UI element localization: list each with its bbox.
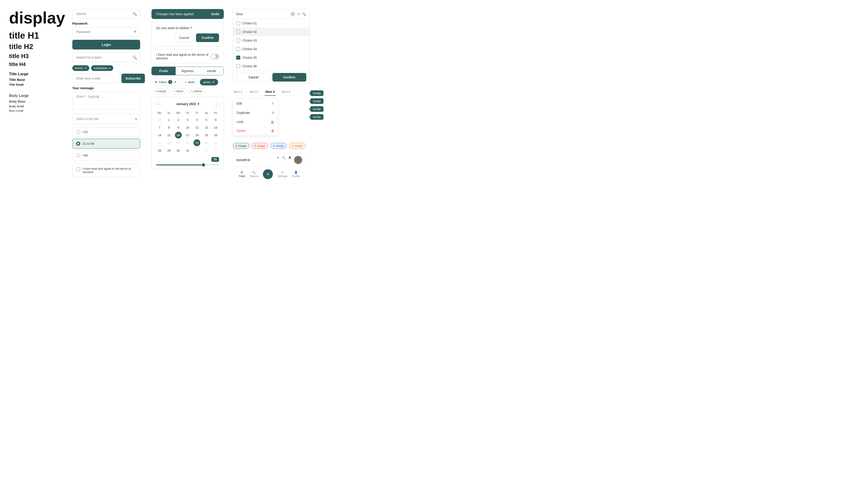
tag-tennis-remove[interactable]: ✕ xyxy=(84,67,87,70)
cal-day-19[interactable]: 19 xyxy=(203,132,210,138)
tag-tennis[interactable]: tennis ✕ xyxy=(72,65,89,71)
login-button[interactable]: Login xyxy=(72,40,140,50)
cal-day-10[interactable]: 10 xyxy=(184,124,191,131)
cal-day-3next[interactable]: 3 xyxy=(212,147,219,154)
cal-day-9[interactable]: 9 xyxy=(175,124,182,131)
cal-day-30[interactable]: 30 xyxy=(175,147,182,154)
dropdown-item-choice03[interactable]: Choice 03 xyxy=(233,36,309,45)
cal-day-12[interactable]: 12 xyxy=(203,124,210,131)
source-settings-icon[interactable]: ⚙ xyxy=(288,156,291,164)
cal-day-2next[interactable]: 2 xyxy=(203,147,210,154)
dropdown-search-input[interactable] xyxy=(236,12,288,16)
nav-profile[interactable]: 👤 Profile xyxy=(292,171,300,178)
ctx-edit[interactable]: Edit ✎ xyxy=(233,99,278,108)
dropdown-item-choice01[interactable]: Choice 01 xyxy=(233,19,309,28)
cal-day-21[interactable]: 21 xyxy=(156,139,163,146)
cal-day-1next[interactable]: 1 xyxy=(193,147,200,154)
nav-profile-icon: 👤 xyxy=(294,171,298,174)
filter-button[interactable]: ⚙ Filters 1 ↺ xyxy=(151,78,180,86)
filter-white-btn[interactable]: + white xyxy=(181,79,198,86)
cal-day-1[interactable]: 1 xyxy=(165,116,172,123)
cal-day-13[interactable]: 13 xyxy=(212,124,219,131)
toggle-switch[interactable] xyxy=(211,54,219,59)
search-input[interactable] xyxy=(72,9,140,19)
dropdown-cancel-button[interactable]: Cancel xyxy=(236,73,271,82)
add-orange-btn[interactable]: + orange xyxy=(151,88,169,94)
nav-settings[interactable]: ⚙ Settings xyxy=(278,171,287,178)
cal-day-22[interactable]: 22 xyxy=(165,139,172,146)
tab-item4[interactable]: item 4 xyxy=(281,88,291,96)
cal-day-15[interactable]: 15 xyxy=(165,132,172,138)
cal-day-3[interactable]: 3 xyxy=(184,116,191,123)
cal-day-28[interactable]: 28 xyxy=(156,147,163,154)
cal-day-4[interactable]: 4 xyxy=(193,116,200,123)
subscribe-button[interactable]: Subscribe xyxy=(121,74,145,83)
radio-item-gt60[interactable]: >60 xyxy=(72,151,140,160)
tab-viande[interactable]: viande xyxy=(199,67,223,75)
cal-day-20[interactable]: 20 xyxy=(212,132,219,138)
filter-green-remove[interactable]: ✕ xyxy=(212,80,215,84)
job-select[interactable]: Select a job title xyxy=(72,114,140,124)
eye-icon[interactable]: 👁 xyxy=(133,30,137,34)
cal-day-18[interactable]: 18 xyxy=(193,132,200,138)
filter-green-btn[interactable]: green ✕ xyxy=(200,79,218,86)
avatar[interactable]: 👤 xyxy=(294,156,302,164)
cal-day-11[interactable]: 11 xyxy=(193,124,200,131)
cal-prev-button[interactable]: ‹ xyxy=(155,101,162,107)
tab-legumes[interactable]: légumes xyxy=(176,67,199,75)
cal-next-button[interactable]: › xyxy=(213,101,220,107)
source-search-icon[interactable]: 🔍 xyxy=(282,156,286,164)
password-input[interactable] xyxy=(72,27,140,37)
terms-checkbox[interactable]: I have read and agree to the terms of se… xyxy=(72,164,140,177)
dropdown-search-icon[interactable]: 🔍 xyxy=(302,12,306,16)
ctx-duplicate[interactable]: Duplicate ⧉ xyxy=(233,108,278,117)
dropdown-item-choice05[interactable]: Choice 05 xyxy=(233,53,309,62)
tab-item3[interactable]: item 3 xyxy=(265,88,275,96)
slider-thumb[interactable] xyxy=(202,163,206,167)
undo-button[interactable]: Undo xyxy=(211,12,219,16)
filter-reset-icon[interactable]: ↺ xyxy=(174,80,176,84)
dialog-confirm-button[interactable]: Confirm xyxy=(196,33,219,42)
cal-day-7[interactable]: 7 xyxy=(156,124,163,131)
nav-feed[interactable]: ⊞ Feed xyxy=(239,171,245,178)
cal-day-25[interactable]: 25 xyxy=(193,139,200,146)
cal-day-2[interactable]: 2 xyxy=(175,116,182,123)
tab-item2[interactable]: item 2 xyxy=(249,88,259,96)
nav-add-button[interactable]: + xyxy=(263,169,273,179)
radio-item-21to59[interactable]: 21 to 59 xyxy=(72,139,140,149)
cal-day-29[interactable]: 29 xyxy=(165,147,172,154)
dropdown-confirm-button[interactable]: Confirm xyxy=(272,73,306,82)
add-yellow-btn[interactable]: + yellow xyxy=(188,88,205,94)
email-input[interactable] xyxy=(72,74,120,83)
dropdown-item-choice04[interactable]: Choice 04 xyxy=(233,45,309,53)
cal-day-27[interactable]: 27 xyxy=(212,139,219,146)
cal-day-6[interactable]: 6 xyxy=(212,116,219,123)
ctx-delete[interactable]: Delete 🗑 xyxy=(233,126,278,135)
cal-day-5[interactable]: 5 xyxy=(203,116,210,123)
message-textarea[interactable] xyxy=(72,92,140,110)
dialog-cancel-button[interactable]: Cancel xyxy=(175,33,194,42)
nav-search[interactable]: 🔍 Search xyxy=(250,171,258,178)
dropdown-item-choice06[interactable]: Choice 06 xyxy=(233,62,309,70)
tab-item1[interactable]: item 1 xyxy=(233,88,243,96)
dropdown-item-choice02[interactable]: Choice 02 xyxy=(233,28,309,36)
add-icon[interactable]: + xyxy=(277,156,279,164)
tab-fruits[interactable]: Fruits xyxy=(152,67,176,75)
add-black-btn[interactable]: + black xyxy=(171,88,186,94)
sport-search-input[interactable] xyxy=(72,53,140,62)
cal-day-14[interactable]: 14 xyxy=(156,132,163,138)
cal-day-31[interactable]: 31 xyxy=(184,147,191,154)
cal-day-24[interactable]: 24 xyxy=(184,139,191,146)
tag-basketball[interactable]: basketball ✕ xyxy=(91,65,114,71)
cal-day-17[interactable]: 17 xyxy=(184,132,191,138)
dropdown-reset-icon[interactable]: ↺ xyxy=(297,12,300,16)
cal-day-26[interactable]: 26 xyxy=(203,139,210,146)
ctx-lock[interactable]: Lock 🔒 xyxy=(233,117,278,126)
cal-day-16[interactable]: 16 xyxy=(175,132,182,138)
radio-item-lt21[interactable]: <21 xyxy=(72,127,140,137)
cal-day-23[interactable]: 23 xyxy=(175,139,182,146)
slider-track[interactable] xyxy=(156,164,219,165)
tag-basketball-remove[interactable]: ✕ xyxy=(108,67,111,70)
cal-day-8[interactable]: 8 xyxy=(165,124,172,131)
cal-day-31prev[interactable]: 31 xyxy=(156,116,163,123)
